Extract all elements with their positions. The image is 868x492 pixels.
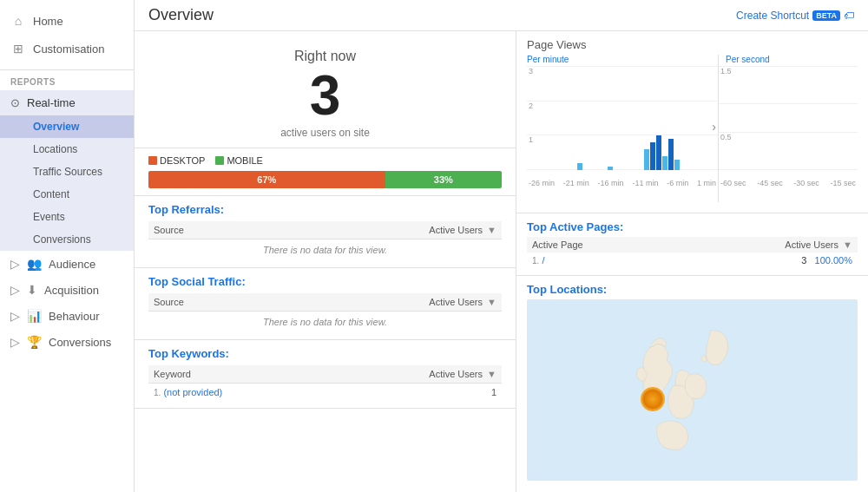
rx-label-2: -45 sec: [757, 179, 783, 187]
pv-right-chart: Per second 1.5 0.5 -60 sec: [719, 55, 858, 202]
top-keywords-title[interactable]: Top Keywords:: [148, 347, 502, 360]
top-social-title[interactable]: Top Social Traffic:: [148, 275, 502, 288]
page-views-section: Page Views Per minute 3 2 1: [516, 31, 868, 213]
sidebar-item-acquisition[interactable]: ▷ ⬇ Acquisition: [0, 277, 134, 303]
pv-left-chart: Per minute 3 2 1 -26 min: [527, 55, 719, 202]
beta-badge: BETA: [812, 10, 840, 21]
top-social-section: Top Social Traffic: Source Active Users …: [135, 268, 516, 340]
chart-bar: [662, 156, 667, 170]
top-keywords-section: Top Keywords: Keyword Active Users ▼: [135, 340, 516, 409]
create-shortcut-button[interactable]: Create Shortcut BETA 🏷: [736, 10, 854, 22]
chart-bar: [577, 163, 582, 170]
sidebar-customisation-label: Customisation: [33, 43, 104, 56]
keyword-users-cell: 1: [326, 384, 502, 402]
ap-sort-icon: ▼: [843, 239, 852, 250]
realtime-header[interactable]: ⊙ Real-time: [0, 90, 134, 115]
ap-pct-value: 100.00%: [815, 255, 852, 266]
reports-section: REPORTS ⊙ Real-time Overview Locations T…: [0, 70, 134, 355]
social-no-data: There is no data for this view.: [148, 312, 502, 333]
referrals-sort-icon: ▼: [487, 225, 496, 235]
audience-icon: 👥: [27, 257, 42, 271]
active-users-label: active users on site: [135, 127, 516, 139]
sidebar-item-conversions-main[interactable]: ▷ 🏆 Conversions: [0, 329, 134, 355]
rx-label-3: -30 sec: [793, 179, 819, 187]
pv-chart-container: Per minute 3 2 1 -26 min: [527, 55, 858, 202]
conversions-icon: 🏆: [27, 335, 42, 349]
mobile-label: MOBILE: [227, 155, 263, 166]
active-pages-title[interactable]: Top Active Pages:: [527, 220, 858, 233]
home-icon: ⌂: [10, 13, 26, 29]
chart-bar: [608, 167, 613, 170]
social-table: Source Active Users ▼ There is no data f…: [148, 293, 502, 332]
ap-num-cell: 1. /: [527, 253, 673, 268]
rx-label-1: -60 sec: [720, 179, 746, 187]
content-area: Right now 3 active users on site DESKTOP…: [135, 31, 868, 492]
chart-nav-arrow[interactable]: ›: [712, 120, 716, 134]
sidebar-item-customisation[interactable]: ⊞ Customisation: [0, 35, 134, 62]
left-panel: Right now 3 active users on site DESKTOP…: [135, 31, 516, 492]
keyword-row: 1. (not provided) 1: [148, 384, 502, 402]
social-no-data-row: There is no data for this view.: [148, 312, 502, 333]
right-now-number: 3: [135, 68, 516, 123]
sidebar-item-home[interactable]: ⌂ Home: [0, 7, 134, 35]
left-x-axis: -26 min -21 min -16 min -11 min -6 min 1…: [527, 179, 718, 187]
sidebar-item-behaviour[interactable]: ▷ 📊 Behaviour: [0, 303, 134, 329]
conversions-label: Conversions: [49, 336, 111, 349]
realtime-label: Real-time: [27, 96, 76, 109]
desktop-dot: [148, 156, 157, 165]
top-locations-section: Top Locations:: [516, 276, 868, 492]
sidebar-item-audience[interactable]: ▷ 👥 Audience: [0, 251, 134, 277]
ap-users-header: Active Users ▼: [673, 237, 858, 253]
sidebar-item-overview[interactable]: Overview: [0, 115, 134, 138]
realtime-section: ⊙ Real-time Overview Locations Traffic S…: [0, 90, 134, 251]
x-label-2: -21 min: [563, 179, 589, 187]
main-content: Overview Create Shortcut BETA 🏷 Right no…: [135, 0, 868, 492]
x-label-6: 1 min: [697, 179, 716, 187]
chart-bar: [650, 142, 655, 170]
sidebar-item-events[interactable]: Events: [0, 206, 134, 228]
referrals-source-header: Source: [148, 221, 270, 239]
chart-bar: [656, 135, 661, 170]
active-pages-section: Top Active Pages: Active Page Active Use…: [516, 213, 868, 276]
audience-expand-icon: ▷: [10, 257, 20, 271]
desktop-legend: DESKTOP: [148, 155, 205, 166]
sidebar-item-traffic-sources[interactable]: Traffic Sources: [0, 161, 134, 183]
desktop-bar: 67%: [148, 171, 385, 188]
grid-icon: ⊞: [10, 41, 26, 56]
right-panel: Page Views Per minute 3 2 1: [516, 31, 868, 492]
social-source-header: Source: [148, 293, 270, 312]
device-bar: 67% 33%: [148, 171, 502, 188]
x-label-4: -11 min: [632, 179, 658, 187]
keyword-value: (not provided): [163, 387, 222, 397]
x-label-5: -6 min: [667, 179, 688, 187]
sidebar-home-label: Home: [33, 15, 63, 28]
behaviour-icon: 📊: [27, 309, 42, 323]
active-pages-table: Active Page Active Users ▼ 1. / 3 100.00…: [527, 237, 858, 268]
sidebar-item-conversions[interactable]: Conversions: [0, 228, 134, 251]
top-referrals-title[interactable]: Top Referrals:: [148, 203, 502, 216]
left-bars-container: [527, 66, 718, 170]
mobile-pct: 33%: [434, 174, 453, 185]
row-num: 1.: [154, 388, 161, 397]
active-page-row: 1. / 3 100.00%: [527, 253, 858, 268]
audience-label: Audience: [49, 258, 95, 271]
keyword-header: Keyword: [148, 365, 326, 384]
x-label-1: -26 min: [529, 179, 555, 187]
top-referrals-section: Top Referrals: Source Active Users ▼: [135, 196, 516, 268]
realtime-children: Overview Locations Traffic Sources Conte…: [0, 115, 134, 251]
conversions-expand-icon: ▷: [10, 335, 20, 349]
mobile-dot: [215, 156, 224, 165]
ap-page-header: Active Page: [527, 237, 673, 253]
sidebar-item-locations[interactable]: Locations: [0, 138, 134, 161]
map-container: [527, 299, 858, 481]
chart-bar: [674, 160, 680, 170]
right-x-axis: -60 sec -45 sec -30 sec -15 sec: [719, 179, 858, 187]
reports-label: REPORTS: [0, 70, 134, 90]
acquisition-label: Acquisition: [44, 284, 99, 297]
mobile-legend: MOBILE: [215, 155, 263, 166]
sidebar-item-content[interactable]: Content: [0, 183, 134, 206]
top-locations-title[interactable]: Top Locations:: [527, 283, 858, 296]
ap-users-cell: 3 100.00%: [673, 253, 858, 268]
chart-bar: [668, 139, 674, 170]
right-now-label: Right now: [135, 49, 516, 64]
